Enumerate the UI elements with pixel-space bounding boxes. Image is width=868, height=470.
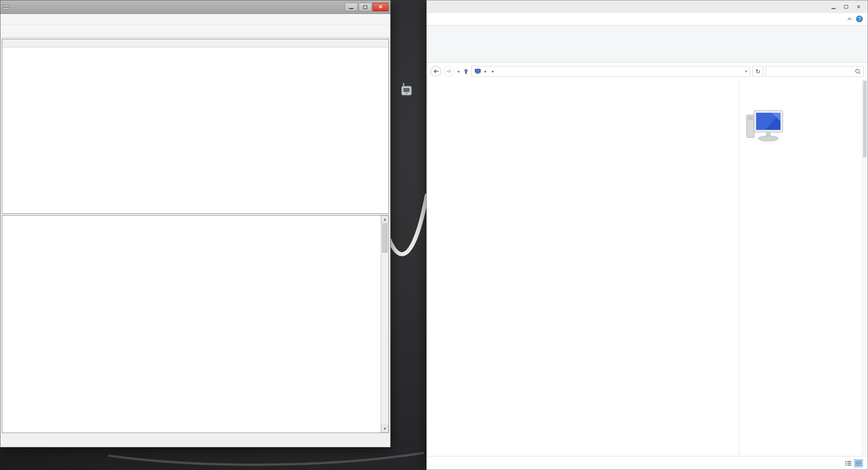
status-bar xyxy=(427,456,868,470)
navigation-pane xyxy=(427,80,572,456)
help-icon[interactable]: ? xyxy=(856,15,863,23)
disk-management-body: ▲ ▼ xyxy=(0,37,390,447)
address-bar: ▾ ▸ ▸ ▾ ↻ xyxy=(427,63,868,80)
disks-graph-scrollbar[interactable]: ▲ ▼ xyxy=(381,216,388,433)
recent-locations-icon[interactable]: ▾ xyxy=(457,69,461,74)
disk-management-menubar xyxy=(0,14,390,24)
desktop-icon-data-adu[interactable] xyxy=(387,82,426,97)
scroll-up-icon[interactable]: ▲ xyxy=(381,216,388,223)
scrollbar-thumb[interactable] xyxy=(863,81,867,157)
disks-graph-pane: ▲ ▼ xyxy=(2,215,389,433)
ribbon-tab-row: ? xyxy=(427,13,868,25)
scrollbar-thumb[interactable] xyxy=(382,224,388,253)
partition-legend xyxy=(2,433,389,442)
ribbon xyxy=(427,25,868,63)
disk-management-toolbar xyxy=(0,24,390,37)
breadcrumb-separator-icon: ▸ xyxy=(492,69,494,74)
explorer-window: ✕ ? ▾ xyxy=(426,0,868,470)
svg-text:?: ? xyxy=(858,16,861,22)
volumes-table-header[interactable] xyxy=(2,39,388,47)
address-dropdown-icon[interactable]: ▾ xyxy=(745,69,747,74)
disk-management-app-icon xyxy=(2,4,10,10)
search-input[interactable] xyxy=(769,68,855,75)
computer-image xyxy=(745,108,862,149)
back-icon[interactable] xyxy=(430,66,441,77)
breadcrumb-separator-icon: ▸ xyxy=(485,69,487,74)
volumes-table-pane xyxy=(2,39,389,214)
minimize-ribbon-icon[interactable] xyxy=(847,17,852,21)
forward-icon[interactable] xyxy=(443,66,454,77)
explorer-main xyxy=(427,80,868,456)
details-pane xyxy=(739,80,862,456)
up-icon[interactable] xyxy=(463,68,469,74)
content-scrollbar[interactable] xyxy=(862,80,868,456)
details-view-icon[interactable] xyxy=(844,459,853,467)
disk-management-window: ✕ ▲ ▼ xyxy=(0,0,391,447)
minimize-button[interactable] xyxy=(827,3,840,11)
close-button[interactable]: ✕ xyxy=(373,3,388,11)
scroll-down-icon[interactable]: ▼ xyxy=(381,425,388,433)
breadcrumb[interactable]: ▸ ▸ ▾ xyxy=(471,66,750,77)
explorer-titlebar[interactable]: ✕ xyxy=(427,0,868,13)
close-button[interactable]: ✕ xyxy=(852,3,865,11)
maximize-button[interactable] xyxy=(359,3,372,11)
computer-icon xyxy=(475,69,482,74)
content-pane xyxy=(572,80,739,456)
minimize-button[interactable] xyxy=(345,3,358,11)
search-box xyxy=(766,66,864,77)
desktop: ✕ ▲ ▼ xyxy=(0,0,868,470)
vaio-wallpaper-wave-lower xyxy=(108,449,424,469)
maximize-button[interactable] xyxy=(840,3,852,11)
large-icons-view-icon[interactable] xyxy=(854,459,863,467)
refresh-icon[interactable]: ↻ xyxy=(753,66,763,77)
device-icon xyxy=(399,82,414,97)
search-icon[interactable] xyxy=(855,69,861,74)
disk-management-titlebar[interactable]: ✕ xyxy=(0,0,390,14)
